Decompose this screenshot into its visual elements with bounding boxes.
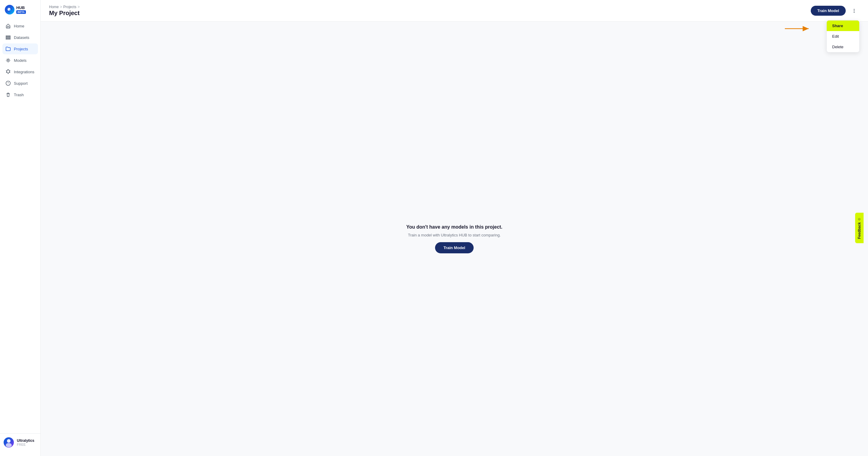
svg-point-9: [6, 443, 12, 447]
svg-point-6: [7, 59, 9, 61]
sidebar-item-projects[interactable]: Projects: [2, 44, 38, 54]
sidebar-item-integrations[interactable]: Integrations: [2, 66, 38, 77]
dropdown-edit[interactable]: Edit: [827, 31, 859, 41]
logo: HUB BETA: [0, 5, 40, 21]
sidebar-item-models-label: Models: [14, 58, 27, 63]
breadcrumb-home[interactable]: Home: [49, 5, 59, 9]
header-actions: Train Model: [811, 6, 860, 16]
home-icon: [5, 23, 11, 29]
empty-state: You don't have any models in this projec…: [406, 224, 502, 253]
integrations-icon: [5, 69, 11, 75]
breadcrumb-sep-1: >: [60, 5, 62, 9]
trash-icon: [5, 92, 11, 97]
dropdown-delete[interactable]: Delete: [827, 41, 859, 52]
sidebar-item-support-label: Support: [14, 81, 28, 86]
train-model-center-button[interactable]: Train Model: [435, 242, 474, 253]
sidebar-item-trash-label: Trash: [14, 93, 24, 97]
content-area: You don't have any models in this projec…: [41, 22, 868, 456]
dropdown-menu: Share Edit Delete: [827, 20, 860, 53]
models-icon: [5, 58, 11, 63]
arrow-annotation: [785, 24, 815, 34]
breadcrumb-projects[interactable]: Projects: [63, 5, 76, 9]
empty-state-description: Train a model with Ultralytics HUB to st…: [408, 233, 501, 237]
breadcrumb-nav: Home > Projects >: [49, 5, 80, 9]
svg-rect-5: [6, 38, 10, 39]
support-icon: [5, 81, 11, 86]
user-info: Ultralytics FREE: [17, 438, 34, 446]
logo-icon: [5, 5, 14, 15]
empty-state-title: You don't have any models in this projec…: [406, 224, 502, 230]
logo-badge: BETA: [16, 10, 26, 14]
sidebar-item-datasets[interactable]: Datasets: [2, 32, 38, 43]
user-name: Ultralytics: [17, 438, 34, 443]
feedback-button[interactable]: Feedback ☺: [855, 213, 864, 244]
sidebar-item-integrations-label: Integrations: [14, 70, 34, 74]
more-options-button[interactable]: [849, 7, 860, 15]
feedback-label: Feedback: [858, 222, 862, 239]
sidebar-nav: Home Datasets Projects: [0, 21, 40, 433]
sidebar-item-home-label: Home: [14, 24, 24, 28]
sidebar-item-support[interactable]: Support: [2, 78, 38, 89]
sidebar-item-home[interactable]: Home: [2, 21, 38, 31]
main-content: Home > Projects > My Project Train Model: [41, 0, 868, 456]
projects-icon: [5, 46, 11, 52]
user-plan: FREE: [17, 443, 34, 446]
svg-point-2: [9, 9, 12, 12]
svg-rect-3: [6, 36, 10, 37]
svg-point-8: [7, 439, 10, 443]
datasets-icon: [5, 35, 11, 40]
header: Home > Projects > My Project Train Model: [41, 0, 868, 22]
dropdown-share[interactable]: Share: [827, 21, 859, 31]
page-title: My Project: [49, 10, 80, 17]
sidebar-item-projects-label: Projects: [14, 47, 28, 51]
avatar: [4, 437, 14, 448]
sidebar-item-datasets-label: Datasets: [14, 35, 29, 40]
feedback-icon: ☺: [858, 217, 861, 221]
breadcrumb: Home > Projects > My Project: [49, 5, 80, 17]
svg-point-11: [854, 10, 855, 11]
sidebar-item-trash[interactable]: Trash: [2, 89, 38, 100]
train-model-button[interactable]: Train Model: [811, 6, 846, 16]
sidebar-footer: Ultralytics FREE: [0, 433, 40, 451]
sidebar: HUB BETA Home Dat: [0, 0, 41, 456]
sidebar-item-models[interactable]: Models: [2, 55, 38, 66]
logo-title: HUB: [16, 6, 26, 10]
svg-point-12: [854, 12, 855, 13]
breadcrumb-sep-2: >: [78, 5, 80, 9]
svg-point-10: [854, 9, 855, 10]
svg-rect-4: [6, 37, 10, 38]
